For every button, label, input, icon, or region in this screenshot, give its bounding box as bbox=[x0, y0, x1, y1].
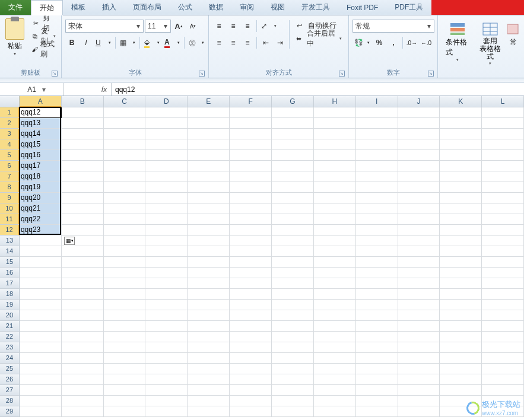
select-all-corner[interactable] bbox=[0, 96, 20, 107]
cell-F17[interactable] bbox=[230, 278, 272, 289]
cell-K2[interactable] bbox=[440, 118, 482, 129]
col-header-A[interactable]: A bbox=[20, 96, 62, 107]
col-header-D[interactable]: D bbox=[145, 96, 188, 107]
cell-J6[interactable] bbox=[398, 161, 440, 171]
cell-K9[interactable] bbox=[440, 193, 482, 203]
cell-E18[interactable] bbox=[188, 289, 230, 300]
cell-F14[interactable] bbox=[230, 246, 272, 257]
cell-L20[interactable] bbox=[482, 310, 524, 321]
cell-I8[interactable] bbox=[356, 182, 398, 193]
cell-B5[interactable] bbox=[62, 150, 104, 161]
font-size-combo[interactable]: 11▾ bbox=[145, 20, 171, 33]
cell-L23[interactable] bbox=[482, 342, 524, 353]
cell-H11[interactable] bbox=[314, 214, 356, 225]
cell-L24[interactable] bbox=[482, 353, 524, 364]
row-header-12[interactable]: 12 bbox=[0, 225, 20, 236]
cell-H16[interactable] bbox=[314, 268, 356, 278]
cell-A1[interactable]: qqq12 bbox=[20, 107, 62, 118]
row-header-28[interactable]: 28 bbox=[0, 396, 20, 406]
cell-L17[interactable] bbox=[482, 278, 524, 289]
cell-E11[interactable] bbox=[188, 214, 230, 225]
cell-E12[interactable] bbox=[188, 225, 230, 236]
formula-input[interactable]: qqq12 bbox=[112, 83, 524, 96]
col-header-C[interactable]: C bbox=[104, 96, 146, 107]
cell-H29[interactable] bbox=[314, 406, 356, 417]
cell-D18[interactable] bbox=[145, 289, 188, 300]
cell-J3[interactable] bbox=[398, 129, 440, 139]
menu-tab-0[interactable]: 开始 bbox=[31, 0, 63, 15]
cell-H17[interactable] bbox=[314, 278, 356, 289]
format-painter-button[interactable]: 🖌格式刷 bbox=[28, 43, 59, 56]
cell-H12[interactable] bbox=[314, 225, 356, 236]
cell-C19[interactable] bbox=[104, 300, 146, 310]
row-header-9[interactable]: 9 bbox=[0, 193, 20, 203]
cell-L15[interactable] bbox=[482, 257, 524, 268]
cell-K1[interactable] bbox=[440, 107, 482, 118]
cell-D1[interactable] bbox=[145, 107, 188, 118]
cell-B6[interactable] bbox=[62, 161, 104, 171]
cell-I13[interactable] bbox=[356, 236, 398, 246]
cell-K21[interactable] bbox=[440, 321, 482, 332]
cell-C9[interactable] bbox=[104, 193, 146, 203]
cell-B28[interactable] bbox=[62, 396, 104, 406]
cell-A20[interactable] bbox=[20, 310, 62, 321]
shrink-font-button[interactable]: A▾ bbox=[186, 20, 199, 33]
col-header-J[interactable]: J bbox=[398, 96, 440, 107]
cell-J14[interactable] bbox=[398, 246, 440, 257]
cell-I27[interactable] bbox=[356, 385, 398, 396]
cell-G23[interactable] bbox=[272, 342, 314, 353]
cell-G6[interactable] bbox=[272, 161, 314, 171]
cell-E21[interactable] bbox=[188, 321, 230, 332]
cell-B8[interactable] bbox=[62, 182, 104, 193]
cell-C18[interactable] bbox=[104, 289, 146, 300]
cell-J5[interactable] bbox=[398, 150, 440, 161]
col-header-K[interactable]: K bbox=[440, 96, 482, 107]
cell-F5[interactable] bbox=[230, 150, 272, 161]
cell-H25[interactable] bbox=[314, 364, 356, 374]
cell-H20[interactable] bbox=[314, 310, 356, 321]
row-header-21[interactable]: 21 bbox=[0, 321, 20, 332]
cell-I18[interactable] bbox=[356, 289, 398, 300]
cell-G21[interactable] bbox=[272, 321, 314, 332]
cell-A27[interactable] bbox=[20, 385, 62, 396]
row-header-2[interactable]: 2 bbox=[0, 118, 20, 129]
cell-A8[interactable]: qqq19 bbox=[20, 182, 62, 193]
cell-K8[interactable] bbox=[440, 182, 482, 193]
col-header-I[interactable]: I bbox=[356, 96, 398, 107]
phonetic-button[interactable]: ㉆▾ bbox=[187, 36, 206, 49]
col-header-B[interactable]: B bbox=[62, 96, 104, 107]
cell-A11[interactable]: qqq22 bbox=[20, 214, 62, 225]
cell-L8[interactable] bbox=[482, 182, 524, 193]
cell-J10[interactable] bbox=[398, 203, 440, 214]
comma-button[interactable]: , bbox=[387, 36, 400, 49]
cell-G25[interactable] bbox=[272, 364, 314, 374]
cell-L5[interactable] bbox=[482, 150, 524, 161]
cell-G11[interactable] bbox=[272, 214, 314, 225]
cell-H22[interactable] bbox=[314, 332, 356, 342]
cell-K15[interactable] bbox=[440, 257, 482, 268]
cell-F6[interactable] bbox=[230, 161, 272, 171]
cell-K25[interactable] bbox=[440, 364, 482, 374]
cell-G29[interactable] bbox=[272, 406, 314, 417]
cell-D20[interactable] bbox=[145, 310, 188, 321]
cell-E15[interactable] bbox=[188, 257, 230, 268]
cell-F18[interactable] bbox=[230, 289, 272, 300]
cell-H6[interactable] bbox=[314, 161, 356, 171]
cell-D7[interactable] bbox=[145, 171, 188, 182]
row-header-20[interactable]: 20 bbox=[0, 310, 20, 321]
cell-H21[interactable] bbox=[314, 321, 356, 332]
cell-K11[interactable] bbox=[440, 214, 482, 225]
cell-H13[interactable] bbox=[314, 236, 356, 246]
cell-H1[interactable] bbox=[314, 107, 356, 118]
cell-B21[interactable] bbox=[62, 321, 104, 332]
cell-B12[interactable] bbox=[62, 225, 104, 236]
autofill-options-button[interactable]: ▦▾ bbox=[64, 237, 75, 245]
cell-G2[interactable] bbox=[272, 118, 314, 129]
file-menu[interactable]: 文件 bbox=[0, 0, 31, 15]
cell-J21[interactable] bbox=[398, 321, 440, 332]
border-button[interactable]: ▦▾ bbox=[118, 36, 137, 49]
menu-tab-2[interactable]: 插入 bbox=[94, 0, 125, 15]
cell-K3[interactable] bbox=[440, 129, 482, 139]
cell-C25[interactable] bbox=[104, 364, 146, 374]
cell-K7[interactable] bbox=[440, 171, 482, 182]
